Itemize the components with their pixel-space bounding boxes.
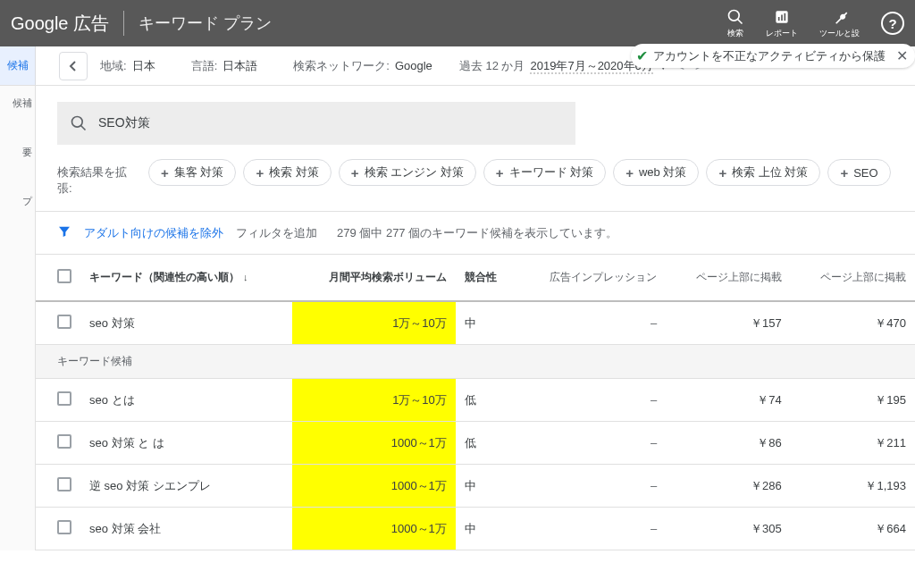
row-checkbox-cell[interactable]	[36, 508, 80, 550]
competition-cell: 中	[456, 465, 516, 508]
expand-chip[interactable]: +キーワード 対策	[483, 159, 606, 186]
table-row[interactable]: seo 対策 会社1000～1万中–￥305￥664	[36, 508, 915, 550]
section-label: キーワード候補	[36, 345, 915, 379]
sidebar-item[interactable]: プ	[0, 184, 35, 219]
logo: Google 広告	[11, 12, 109, 36]
help-button[interactable]: ?	[881, 12, 904, 35]
table-row[interactable]: seo とは1万～10万低–￥74￥195	[36, 379, 915, 422]
impressions-cell: –	[516, 465, 666, 508]
chip-label: 検索 上位 対策	[732, 164, 808, 181]
sidebar-item[interactable]: 候補	[0, 86, 35, 121]
keyword-cell: seo 対策 と は	[80, 422, 292, 465]
keyword-header[interactable]: キーワード（関連性の高い順）↓	[80, 255, 292, 301]
checkbox-icon[interactable]	[57, 391, 71, 406]
svg-point-6	[72, 117, 83, 128]
expand-chip[interactable]: +検索 エンジン 対策	[339, 159, 476, 186]
bid-low-header[interactable]: ページ上部に掲載	[666, 255, 790, 301]
plus-icon: +	[625, 165, 634, 181]
row-checkbox-cell[interactable]	[36, 379, 80, 422]
tools-tool[interactable]: ツールと設	[819, 8, 860, 39]
filter-info-row: アダルト向けの候補を除外 フィルタを追加 279 個中 277 個のキーワード候…	[36, 212, 915, 255]
competition-header[interactable]: 競合性	[456, 255, 516, 301]
checkbox-icon[interactable]	[57, 477, 71, 491]
row-checkbox-cell[interactable]	[36, 301, 80, 345]
table-row[interactable]: 逆 seo 対策 シエンプレ1000～1万中–￥286￥1,193	[36, 465, 915, 508]
impressions-cell: –	[516, 301, 666, 345]
section-row: キーワード候補	[36, 345, 915, 379]
table-row[interactable]: seo 対策 と は1000～1万低–￥86￥211	[36, 422, 915, 465]
report-tool[interactable]: レポート	[766, 8, 798, 39]
expand-chip[interactable]: +集客 対策	[148, 159, 236, 186]
search-tool[interactable]: 検索	[726, 8, 744, 39]
volume-cell: 1万～10万	[292, 379, 456, 422]
plus-icon: +	[496, 165, 504, 181]
network-label: 検索ネットワーク:	[293, 58, 390, 74]
exclude-adult-link[interactable]: アダルト向けの候補を除外	[84, 225, 223, 241]
sort-arrow-icon: ↓	[243, 272, 248, 282]
checkbox-icon[interactable]	[57, 315, 71, 329]
network-value: Google	[395, 59, 432, 72]
funnel-icon	[57, 224, 71, 241]
lang-value: 日本語	[222, 58, 257, 74]
bid-low-cell: ￥305	[666, 508, 790, 550]
close-icon[interactable]: ✕	[891, 47, 908, 64]
page-title: キーワード プラン	[139, 13, 272, 34]
bid-high-cell: ￥211	[791, 422, 915, 465]
app-header: Google 広告 キーワード プラン 検索 レポート ツールと設 ?	[0, 0, 915, 46]
sidebar-tab-active[interactable]: 候補	[0, 46, 36, 85]
volume-cell: 1000～1万	[292, 508, 456, 550]
search-box[interactable]: SEO対策	[57, 102, 575, 145]
plus-icon: +	[351, 165, 359, 181]
svg-rect-4	[781, 14, 783, 21]
expand-chip[interactable]: +検索 上位 対策	[706, 159, 820, 186]
result-count: 279 個中 277 個のキーワード候補を表示しています。	[337, 225, 617, 241]
bid-low-cell: ￥286	[666, 465, 790, 508]
expand-chip[interactable]: +検索 対策	[243, 159, 331, 186]
add-filter-link[interactable]: フィルタを追加	[236, 225, 317, 241]
network-filter[interactable]: 検索ネットワーク: Google	[293, 58, 432, 74]
lang-label: 言語:	[191, 58, 218, 74]
checkbox-icon[interactable]	[57, 520, 71, 534]
sidebar-item[interactable]: 要	[0, 135, 35, 170]
lang-filter[interactable]: 言語: 日本語	[191, 58, 258, 74]
expand-label: 検索結果を拡張:	[57, 159, 136, 197]
chip-label: SEO	[853, 166, 877, 180]
region-filter[interactable]: 地域: 日本	[100, 58, 155, 74]
date-prefix: 過去 12 か月	[459, 58, 525, 74]
header-tools: 検索 レポート ツールと設 ?	[726, 8, 904, 39]
volume-header[interactable]: 月間平均検索ボリューム	[292, 255, 456, 301]
row-checkbox-cell[interactable]	[36, 422, 80, 465]
keyword-cell: seo とは	[80, 379, 292, 422]
expand-chip[interactable]: +web 対策	[613, 159, 699, 186]
row-checkbox-cell[interactable]	[36, 465, 80, 508]
select-all-header[interactable]	[36, 255, 80, 301]
checkbox-icon[interactable]	[57, 434, 71, 449]
main-content: SEO対策 検索結果を拡張: +集客 対策+検索 対策+検索 エンジン 対策+キ…	[36, 86, 915, 550]
impressions-cell: –	[516, 508, 666, 550]
left-nav: 候補 要 プ	[0, 86, 36, 550]
keyword-table: キーワード（関連性の高い順）↓ 月間平均検索ボリューム 競合性 広告インプレッシ…	[36, 255, 915, 550]
competition-cell: 低	[456, 379, 516, 422]
search-tool-label: 検索	[727, 28, 743, 39]
bid-high-cell: ￥664	[791, 508, 915, 550]
expand-chip[interactable]: +SEO	[827, 159, 890, 186]
chip-label: web 対策	[639, 164, 686, 181]
check-icon: ✔	[636, 47, 648, 64]
chip-label: 集客 対策	[174, 164, 224, 181]
search-icon	[726, 8, 744, 26]
competition-cell: 中	[456, 508, 516, 550]
table-row[interactable]: seo 対策1万～10万中–￥157￥470	[36, 301, 915, 345]
volume-cell: 1000～1万	[292, 422, 456, 465]
svg-rect-3	[778, 17, 780, 21]
bid-low-cell: ￥86	[666, 422, 790, 465]
keyword-cell: seo 対策 会社	[80, 508, 292, 550]
region-value: 日本	[132, 58, 155, 74]
bid-high-header[interactable]: ページ上部に掲載	[791, 255, 915, 301]
chip-label: キーワード 対策	[509, 164, 594, 181]
impressions-header[interactable]: 広告インプレッション	[516, 255, 666, 301]
svg-line-1	[738, 19, 743, 23]
checkbox-icon[interactable]	[57, 269, 71, 283]
impressions-cell: –	[516, 379, 666, 422]
svg-line-7	[81, 126, 86, 130]
back-button[interactable]	[59, 52, 88, 80]
